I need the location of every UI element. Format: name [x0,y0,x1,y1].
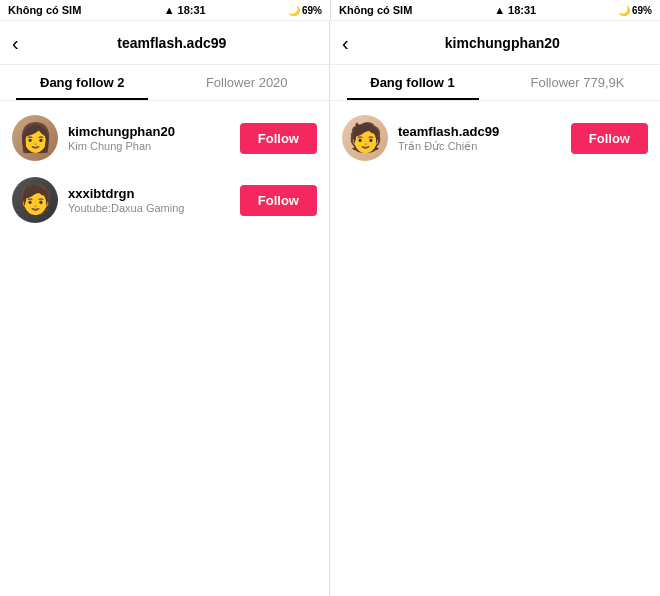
wifi-icon-left: ▲ [164,4,175,16]
time-left: 18:31 [178,4,206,16]
panels-container: ‹ teamflash.adc99 Đang follow 2 Follower… [0,20,660,596]
left-display-name-2: Youtube:Daxua Gaming [68,202,230,214]
left-panel-header: ‹ teamflash.adc99 [0,21,329,65]
moon-icon-right: 🌙 [618,5,630,16]
right-panel: ‹ kimchungphan20 Đang follow 1 Follower … [330,21,660,596]
right-panel-header: ‹ kimchungphan20 [330,21,660,65]
left-panel-title: teamflash.adc99 [27,35,317,51]
right-tab-following[interactable]: Đang follow 1 [330,65,495,100]
right-display-name-1: Trần Đức Chiến [398,140,561,153]
battery-percent-right: 69% [632,5,652,16]
left-follow-button-1[interactable]: Follow [240,123,317,154]
left-follow-button-2[interactable]: Follow [240,185,317,216]
left-username-1[interactable]: kimchungphan20 [68,124,230,139]
no-sim-right: Không có SIM [339,4,412,16]
right-avatar-1 [342,115,388,161]
status-bar: Không có SIM ▲ 18:31 🌙 69% Không có SIM … [0,0,660,20]
no-sim-left: Không có SIM [8,4,81,16]
right-follow-button-1[interactable]: Follow [571,123,648,154]
left-user-info-1: kimchungphan20 Kim Chung Phan [68,124,230,152]
left-user-info-2: xxxibtdrgn Youtube:Daxua Gaming [68,186,230,214]
battery-right: 🌙 69% [618,5,652,16]
left-tabs: Đang follow 2 Follower 2020 [0,65,329,101]
left-avatar-2 [12,177,58,223]
right-tabs: Đang follow 1 Follower 779,9K [330,65,660,101]
right-panel-title: kimchungphan20 [357,35,648,51]
left-user-item-2: xxxibtdrgn Youtube:Daxua Gaming Follow [0,169,329,231]
left-tab-follower[interactable]: Follower 2020 [165,65,330,100]
battery-left: 🌙 69% [288,5,322,16]
status-icons-left: ▲ 18:31 [164,4,206,16]
right-username-1[interactable]: teamflash.adc99 [398,124,561,139]
left-user-list: kimchungphan20 Kim Chung Phan Follow xxx… [0,101,329,596]
status-icons-right: ▲ 18:31 [494,4,536,16]
time-right: 18:31 [508,4,536,16]
right-user-info-1: teamflash.adc99 Trần Đức Chiến [398,124,561,153]
left-username-2[interactable]: xxxibtdrgn [68,186,230,201]
status-bar-right: Không có SIM ▲ 18:31 🌙 69% [330,0,660,20]
moon-icon-left: 🌙 [288,5,300,16]
left-display-name-1: Kim Chung Phan [68,140,230,152]
left-avatar-1 [12,115,58,161]
left-user-item-1: kimchungphan20 Kim Chung Phan Follow [0,107,329,169]
wifi-icon-right: ▲ [494,4,505,16]
left-back-button[interactable]: ‹ [12,33,19,53]
right-tab-follower[interactable]: Follower 779,9K [495,65,660,100]
left-panel: ‹ teamflash.adc99 Đang follow 2 Follower… [0,21,330,596]
right-user-list: teamflash.adc99 Trần Đức Chiến Follow [330,101,660,596]
right-back-button[interactable]: ‹ [342,33,349,53]
left-tab-following[interactable]: Đang follow 2 [0,65,165,100]
status-bar-left: Không có SIM ▲ 18:31 🌙 69% [0,0,330,20]
right-user-item-1: teamflash.adc99 Trần Đức Chiến Follow [330,107,660,169]
battery-percent-left: 69% [302,5,322,16]
